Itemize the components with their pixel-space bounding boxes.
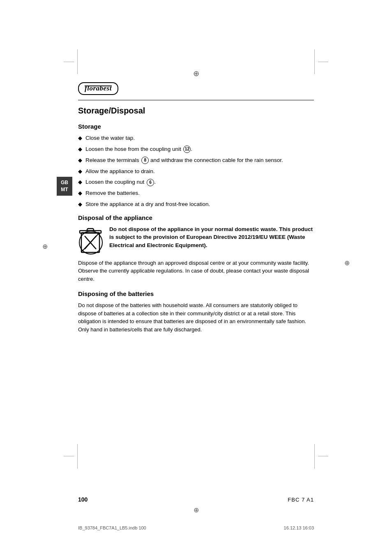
bullet-release-terminals: ◆ Release the terminals 8 and withdraw t… [78,156,314,164]
bullet-text-1: Close the water tap. [85,134,135,142]
top-crosshair: ⊕ [193,69,199,78]
disposal-appliance-heading: Disposal of the appliance [78,214,314,221]
svg-line-6 [81,233,99,252]
diamond-2: ◆ [78,146,82,153]
footer-crosshair-row: ⊕ [78,506,314,514]
crop-mark-vr-bottom [314,444,315,469]
page-title: Storage/Disposal [78,106,314,116]
diamond-6: ◆ [78,190,82,197]
diamond-1: ◆ [78,134,82,142]
storage-bullet-list: ◆ Close the water tap. ◆ Loosen the hose… [78,134,314,208]
disposal-content: Do not dispose of the appliance in your … [78,225,314,255]
logo-container: florabest [78,82,118,95]
lang-mt: MT [61,186,68,193]
bullet-text-7: Store the appliance at a dry and frost-f… [85,200,210,208]
bullet-text-6: Remove the batteries. [85,189,140,197]
left-crosshair-mid: ⊕ [42,243,48,250]
bullet-text-3: Release the terminals 8 and withdraw the… [85,156,283,164]
top-area: ⊕ [0,0,392,82]
diamond-5: ◆ [78,178,82,186]
storage-heading: Storage [78,123,314,130]
bottom-crosshair: ⊕ [194,506,199,514]
bottom-white-space [0,365,392,447]
disposal-body-text: Dispose of the appliance through an appr… [78,259,314,283]
footer-area: 100 FBC 7 A1 ⊕ [78,496,314,514]
diamond-7: ◆ [78,201,82,208]
bullet-loosen-hose: ◆ Loosen the hose from the coupling unit… [78,145,314,153]
footer-line: 100 FBC 7 A1 [78,496,314,503]
weee-icon [78,225,104,255]
bullet-close-tap: ◆ Close the water tap. [78,134,314,142]
bullet-remove-batteries: ◆ Remove the batteries. [78,189,314,197]
disposal-appliance-section: Disposal of the appliance [78,214,314,283]
file-info-right: 16.12.13 16:03 [284,525,314,530]
lang-gb: GB [61,179,68,186]
bullet-loosen-nut: ◆ Loosen the coupling nut 6. [78,178,314,186]
circled-12: 12 [183,146,191,153]
footer-file-info: IB_93784_FBC7A1_LB5.indb 100 16.12.13 16… [78,525,314,530]
lang-badge: GB MT [57,177,72,196]
diamond-3: ◆ [78,157,82,164]
bullet-allow-drain: ◆ Allow the appliance to drain. [78,167,314,176]
crop-mark-vl-bottom [77,444,78,469]
crop-mark-hl-bottom [64,456,74,456]
circled-6: 6 [147,179,154,186]
right-crosshair-mid: ⊕ [344,259,350,267]
section-divider-top [78,100,314,100]
batteries-heading: Disposing of the batteries [78,290,314,297]
footer-model: FBC 7 A1 [288,497,314,503]
file-info-left: IB_93784_FBC7A1_LB5.indb 100 [78,525,146,530]
page: ⊕ GB MT ⊕ ⊕ florabest Storage/Disposal S… [0,0,392,555]
bullet-store-location: ◆ Store the appliance at a dry and frost… [78,200,314,208]
content-area: florabest Storage/Disposal Storage ◆ Clo… [78,82,314,365]
bullet-text-2: Loosen the hose from the coupling unit 1… [85,145,192,153]
bullet-text-5: Loosen the coupling nut 6. [85,178,156,186]
bullet-text-4: Allow the appliance to drain. [85,167,155,176]
circled-8: 8 [141,157,149,164]
disposal-bold-text: Do not dispose of the appliance in your … [109,225,314,250]
crop-mark-hr-bottom [318,456,328,456]
logo-overline [85,86,112,86]
diamond-4: ◆ [78,168,82,176]
batteries-body-text: Do not dispose of the batteries with hou… [78,301,314,333]
batteries-section: Disposing of the batteries Do not dispos… [78,290,314,333]
page-number: 100 [78,496,88,503]
